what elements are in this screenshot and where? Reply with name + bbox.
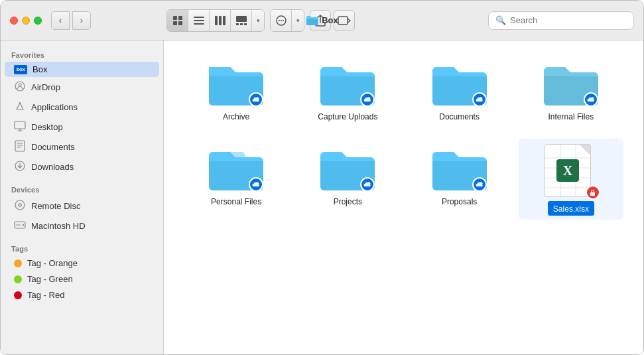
devices-header: Devices bbox=[1, 182, 163, 196]
sidebar-item-tag-orange[interactable]: Tag - Orange bbox=[5, 255, 159, 271]
file-area: Archive Capture bbox=[164, 40, 643, 355]
sidebar-item-airdrop[interactable]: AirDrop bbox=[5, 78, 159, 97]
sidebar-item-macintosh-hd[interactable]: Macintosh HD bbox=[5, 216, 159, 236]
sidebar-item-tag-red[interactable]: Tag - Red bbox=[5, 287, 159, 303]
svg-rect-7 bbox=[215, 16, 218, 25]
svg-rect-3 bbox=[178, 21, 182, 25]
svg-point-21 bbox=[19, 102, 21, 104]
svg-rect-5 bbox=[194, 20, 204, 21]
desktop-icon bbox=[14, 120, 26, 134]
green-tag-dot bbox=[14, 275, 22, 283]
action-dropdown-button[interactable]: ▾ bbox=[292, 10, 304, 31]
lock-badge bbox=[586, 185, 600, 200]
titlebar: ‹ › bbox=[1, 1, 643, 40]
search-icon: 🔍 bbox=[495, 15, 506, 25]
file-sales-xlsx-label: Sales.xlsx bbox=[553, 204, 589, 214]
svg-point-29 bbox=[23, 224, 24, 226]
title-folder-icon bbox=[306, 16, 318, 25]
sidebar: Favorites box Box AirDrop bbox=[1, 40, 164, 355]
drive-icon bbox=[14, 219, 26, 233]
sidebar-label-tag-green: Tag - Green bbox=[27, 274, 73, 284]
nav-buttons: ‹ › bbox=[51, 11, 91, 30]
cloud-badge-documents bbox=[472, 92, 487, 107]
minimize-button[interactable] bbox=[22, 17, 30, 25]
sidebar-item-downloads[interactable]: Downloads bbox=[5, 157, 159, 177]
red-tag-dot bbox=[14, 291, 22, 299]
search-bar[interactable]: 🔍 bbox=[488, 11, 634, 30]
cloud-badge-personal-files bbox=[249, 177, 263, 192]
list-view-button[interactable] bbox=[188, 10, 210, 31]
sidebar-label-macintosh-hd: Macintosh HD bbox=[31, 221, 86, 231]
svg-rect-12 bbox=[240, 23, 243, 25]
sidebar-label-documents: Documents bbox=[31, 142, 75, 152]
folder-internal-files-label: Internal Files bbox=[548, 112, 594, 121]
close-button[interactable] bbox=[10, 17, 18, 25]
maximize-button[interactable] bbox=[34, 17, 42, 25]
gallery-view-button[interactable] bbox=[231, 10, 252, 31]
svg-point-17 bbox=[283, 20, 284, 21]
applications-icon bbox=[14, 100, 26, 114]
svg-rect-11 bbox=[236, 23, 239, 25]
svg-rect-22 bbox=[15, 121, 25, 129]
folder-projects-label: Projects bbox=[334, 197, 362, 206]
search-input[interactable] bbox=[510, 15, 627, 25]
favorites-header: Favorites bbox=[1, 47, 163, 61]
action-button-group: ▾ bbox=[270, 9, 304, 32]
column-view-button[interactable] bbox=[210, 10, 231, 31]
view-mode-group: ▾ bbox=[166, 9, 265, 32]
folder-internal-files-icon bbox=[541, 59, 601, 107]
folder-projects-icon bbox=[318, 144, 377, 192]
sidebar-label-box: Box bbox=[32, 64, 47, 74]
orange-tag-dot bbox=[14, 259, 22, 267]
folder-archive-label: Archive bbox=[223, 112, 249, 121]
svg-point-16 bbox=[281, 20, 282, 21]
svg-rect-0 bbox=[173, 16, 177, 20]
folder-documents[interactable]: Documents bbox=[407, 54, 512, 125]
box-icon: box bbox=[14, 65, 27, 74]
folder-archive[interactable]: Archive bbox=[184, 54, 289, 125]
sidebar-label-tag-red: Tag - Red bbox=[27, 290, 64, 300]
grid-view-dropdown-button[interactable]: ▾ bbox=[252, 10, 264, 31]
sidebar-item-remote-disc[interactable]: Remote Disc bbox=[5, 196, 159, 216]
folder-capture-uploads[interactable]: Capture Uploads bbox=[295, 54, 400, 125]
icon-view-button[interactable] bbox=[167, 10, 188, 31]
svg-point-27 bbox=[19, 204, 21, 206]
svg-point-20 bbox=[19, 84, 21, 86]
back-button[interactable]: ‹ bbox=[51, 11, 70, 30]
downloads-icon bbox=[14, 160, 26, 174]
sidebar-label-tag-orange: Tag - Orange bbox=[27, 258, 78, 268]
sidebar-label-airdrop: AirDrop bbox=[31, 82, 60, 92]
file-sales-xlsx[interactable]: X Sales.xlsx bbox=[519, 139, 623, 220]
airdrop-icon bbox=[14, 80, 26, 94]
folder-internal-files[interactable]: Internal Files bbox=[519, 54, 623, 125]
svg-rect-18 bbox=[338, 17, 348, 25]
folder-personal-files-label: Personal Files bbox=[211, 197, 261, 206]
sidebar-item-documents[interactable]: Documents bbox=[5, 137, 159, 157]
svg-rect-13 bbox=[244, 23, 247, 25]
action-button[interactable] bbox=[271, 10, 292, 31]
folder-proposals-label: Proposals bbox=[442, 197, 477, 206]
sidebar-item-tag-green[interactable]: Tag - Green bbox=[5, 271, 159, 287]
sidebar-item-box[interactable]: box Box bbox=[5, 62, 159, 77]
traffic-lights bbox=[1, 17, 42, 25]
folder-proposals[interactable]: Proposals bbox=[407, 139, 512, 220]
sidebar-item-applications[interactable]: Applications bbox=[5, 98, 159, 117]
svg-rect-9 bbox=[223, 16, 225, 25]
svg-rect-36 bbox=[590, 192, 595, 196]
folder-archive-icon bbox=[206, 59, 266, 107]
window-title-text: Box bbox=[322, 15, 338, 25]
file-grid: Archive Capture bbox=[184, 54, 623, 220]
cloud-badge-proposals bbox=[472, 177, 487, 192]
folder-projects[interactable]: Projects bbox=[295, 139, 400, 220]
sidebar-label-applications: Applications bbox=[31, 102, 78, 112]
svg-rect-8 bbox=[219, 16, 222, 25]
sidebar-item-desktop[interactable]: Desktop bbox=[5, 117, 159, 137]
sidebar-label-downloads: Downloads bbox=[31, 162, 74, 172]
forward-button[interactable]: › bbox=[72, 11, 91, 30]
main-content: Favorites box Box AirDrop bbox=[1, 40, 643, 355]
disc-icon bbox=[14, 199, 26, 213]
folder-documents-icon bbox=[430, 59, 489, 107]
folder-proposals-icon bbox=[430, 144, 489, 192]
folder-personal-files[interactable]: Personal Files bbox=[184, 139, 289, 220]
folder-capture-uploads-icon bbox=[318, 59, 377, 107]
